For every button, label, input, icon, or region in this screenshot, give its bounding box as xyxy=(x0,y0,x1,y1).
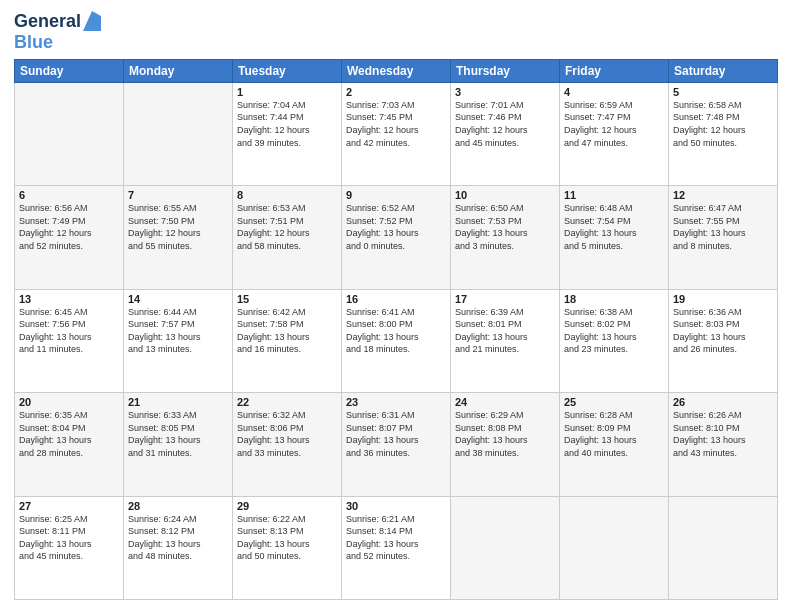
day-number: 26 xyxy=(673,396,773,408)
calendar-cell xyxy=(15,82,124,185)
day-number: 11 xyxy=(564,189,664,201)
calendar-cell: 23Sunrise: 6:31 AM Sunset: 8:07 PM Dayli… xyxy=(342,393,451,496)
day-number: 28 xyxy=(128,500,228,512)
calendar-week-row: 20Sunrise: 6:35 AM Sunset: 8:04 PM Dayli… xyxy=(15,393,778,496)
calendar-week-row: 27Sunrise: 6:25 AM Sunset: 8:11 PM Dayli… xyxy=(15,496,778,599)
calendar-cell: 27Sunrise: 6:25 AM Sunset: 8:11 PM Dayli… xyxy=(15,496,124,599)
calendar-cell: 2Sunrise: 7:03 AM Sunset: 7:45 PM Daylig… xyxy=(342,82,451,185)
day-number: 19 xyxy=(673,293,773,305)
calendar-cell: 9Sunrise: 6:52 AM Sunset: 7:52 PM Daylig… xyxy=(342,186,451,289)
logo: General Blue xyxy=(14,12,101,53)
day-number: 7 xyxy=(128,189,228,201)
day-info: Sunrise: 6:52 AM Sunset: 7:52 PM Dayligh… xyxy=(346,202,446,252)
logo-blue: Blue xyxy=(14,32,53,53)
day-number: 1 xyxy=(237,86,337,98)
day-info: Sunrise: 6:42 AM Sunset: 7:58 PM Dayligh… xyxy=(237,306,337,356)
calendar: SundayMondayTuesdayWednesdayThursdayFrid… xyxy=(14,59,778,600)
calendar-cell: 19Sunrise: 6:36 AM Sunset: 8:03 PM Dayli… xyxy=(669,289,778,392)
logo-general: General xyxy=(14,12,81,32)
day-info: Sunrise: 6:26 AM Sunset: 8:10 PM Dayligh… xyxy=(673,409,773,459)
calendar-week-row: 1Sunrise: 7:04 AM Sunset: 7:44 PM Daylig… xyxy=(15,82,778,185)
day-number: 22 xyxy=(237,396,337,408)
calendar-cell: 18Sunrise: 6:38 AM Sunset: 8:02 PM Dayli… xyxy=(560,289,669,392)
day-info: Sunrise: 6:50 AM Sunset: 7:53 PM Dayligh… xyxy=(455,202,555,252)
day-number: 5 xyxy=(673,86,773,98)
day-number: 24 xyxy=(455,396,555,408)
day-number: 14 xyxy=(128,293,228,305)
day-info: Sunrise: 6:22 AM Sunset: 8:13 PM Dayligh… xyxy=(237,513,337,563)
day-info: Sunrise: 6:39 AM Sunset: 8:01 PM Dayligh… xyxy=(455,306,555,356)
day-info: Sunrise: 6:24 AM Sunset: 8:12 PM Dayligh… xyxy=(128,513,228,563)
col-header-tuesday: Tuesday xyxy=(233,59,342,82)
calendar-cell xyxy=(124,82,233,185)
day-number: 9 xyxy=(346,189,446,201)
day-number: 15 xyxy=(237,293,337,305)
day-info: Sunrise: 6:47 AM Sunset: 7:55 PM Dayligh… xyxy=(673,202,773,252)
col-header-friday: Friday xyxy=(560,59,669,82)
day-info: Sunrise: 6:45 AM Sunset: 7:56 PM Dayligh… xyxy=(19,306,119,356)
calendar-cell: 26Sunrise: 6:26 AM Sunset: 8:10 PM Dayli… xyxy=(669,393,778,496)
col-header-saturday: Saturday xyxy=(669,59,778,82)
calendar-cell: 13Sunrise: 6:45 AM Sunset: 7:56 PM Dayli… xyxy=(15,289,124,392)
day-number: 25 xyxy=(564,396,664,408)
col-header-monday: Monday xyxy=(124,59,233,82)
col-header-sunday: Sunday xyxy=(15,59,124,82)
day-info: Sunrise: 6:28 AM Sunset: 8:09 PM Dayligh… xyxy=(564,409,664,459)
day-number: 13 xyxy=(19,293,119,305)
day-number: 4 xyxy=(564,86,664,98)
calendar-cell: 7Sunrise: 6:55 AM Sunset: 7:50 PM Daylig… xyxy=(124,186,233,289)
calendar-header-row: SundayMondayTuesdayWednesdayThursdayFrid… xyxy=(15,59,778,82)
header: General Blue xyxy=(14,12,778,53)
day-number: 17 xyxy=(455,293,555,305)
day-info: Sunrise: 6:55 AM Sunset: 7:50 PM Dayligh… xyxy=(128,202,228,252)
calendar-cell xyxy=(560,496,669,599)
day-number: 27 xyxy=(19,500,119,512)
day-info: Sunrise: 6:44 AM Sunset: 7:57 PM Dayligh… xyxy=(128,306,228,356)
page: General Blue SundayMondayTuesdayWednesda… xyxy=(0,0,792,612)
col-header-thursday: Thursday xyxy=(451,59,560,82)
calendar-cell: 12Sunrise: 6:47 AM Sunset: 7:55 PM Dayli… xyxy=(669,186,778,289)
day-number: 6 xyxy=(19,189,119,201)
day-info: Sunrise: 6:32 AM Sunset: 8:06 PM Dayligh… xyxy=(237,409,337,459)
day-number: 30 xyxy=(346,500,446,512)
day-number: 20 xyxy=(19,396,119,408)
day-number: 21 xyxy=(128,396,228,408)
calendar-cell: 24Sunrise: 6:29 AM Sunset: 8:08 PM Dayli… xyxy=(451,393,560,496)
day-info: Sunrise: 6:21 AM Sunset: 8:14 PM Dayligh… xyxy=(346,513,446,563)
calendar-cell: 21Sunrise: 6:33 AM Sunset: 8:05 PM Dayli… xyxy=(124,393,233,496)
day-info: Sunrise: 6:35 AM Sunset: 8:04 PM Dayligh… xyxy=(19,409,119,459)
calendar-cell: 20Sunrise: 6:35 AM Sunset: 8:04 PM Dayli… xyxy=(15,393,124,496)
day-number: 16 xyxy=(346,293,446,305)
day-info: Sunrise: 6:29 AM Sunset: 8:08 PM Dayligh… xyxy=(455,409,555,459)
calendar-cell: 29Sunrise: 6:22 AM Sunset: 8:13 PM Dayli… xyxy=(233,496,342,599)
calendar-cell: 16Sunrise: 6:41 AM Sunset: 8:00 PM Dayli… xyxy=(342,289,451,392)
day-info: Sunrise: 6:33 AM Sunset: 8:05 PM Dayligh… xyxy=(128,409,228,459)
day-info: Sunrise: 6:53 AM Sunset: 7:51 PM Dayligh… xyxy=(237,202,337,252)
day-number: 29 xyxy=(237,500,337,512)
day-info: Sunrise: 7:03 AM Sunset: 7:45 PM Dayligh… xyxy=(346,99,446,149)
day-info: Sunrise: 6:31 AM Sunset: 8:07 PM Dayligh… xyxy=(346,409,446,459)
day-info: Sunrise: 6:59 AM Sunset: 7:47 PM Dayligh… xyxy=(564,99,664,149)
calendar-cell: 1Sunrise: 7:04 AM Sunset: 7:44 PM Daylig… xyxy=(233,82,342,185)
calendar-cell: 30Sunrise: 6:21 AM Sunset: 8:14 PM Dayli… xyxy=(342,496,451,599)
day-number: 2 xyxy=(346,86,446,98)
calendar-cell: 28Sunrise: 6:24 AM Sunset: 8:12 PM Dayli… xyxy=(124,496,233,599)
calendar-cell: 14Sunrise: 6:44 AM Sunset: 7:57 PM Dayli… xyxy=(124,289,233,392)
day-number: 10 xyxy=(455,189,555,201)
calendar-cell xyxy=(451,496,560,599)
day-info: Sunrise: 6:58 AM Sunset: 7:48 PM Dayligh… xyxy=(673,99,773,149)
calendar-cell: 8Sunrise: 6:53 AM Sunset: 7:51 PM Daylig… xyxy=(233,186,342,289)
calendar-cell: 22Sunrise: 6:32 AM Sunset: 8:06 PM Dayli… xyxy=(233,393,342,496)
day-info: Sunrise: 6:25 AM Sunset: 8:11 PM Dayligh… xyxy=(19,513,119,563)
col-header-wednesday: Wednesday xyxy=(342,59,451,82)
calendar-cell: 15Sunrise: 6:42 AM Sunset: 7:58 PM Dayli… xyxy=(233,289,342,392)
day-info: Sunrise: 6:38 AM Sunset: 8:02 PM Dayligh… xyxy=(564,306,664,356)
calendar-cell: 4Sunrise: 6:59 AM Sunset: 7:47 PM Daylig… xyxy=(560,82,669,185)
day-number: 18 xyxy=(564,293,664,305)
calendar-week-row: 6Sunrise: 6:56 AM Sunset: 7:49 PM Daylig… xyxy=(15,186,778,289)
calendar-cell: 6Sunrise: 6:56 AM Sunset: 7:49 PM Daylig… xyxy=(15,186,124,289)
day-number: 12 xyxy=(673,189,773,201)
calendar-cell: 5Sunrise: 6:58 AM Sunset: 7:48 PM Daylig… xyxy=(669,82,778,185)
day-info: Sunrise: 6:36 AM Sunset: 8:03 PM Dayligh… xyxy=(673,306,773,356)
svg-marker-0 xyxy=(83,11,101,31)
